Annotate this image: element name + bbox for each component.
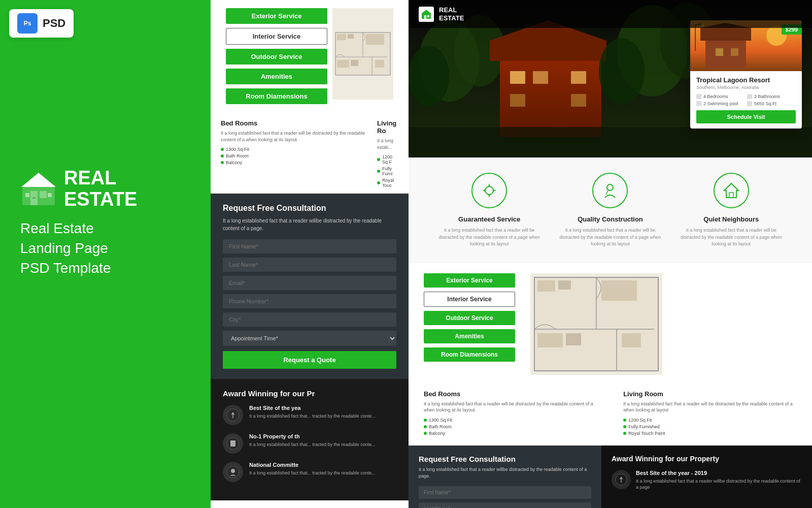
right-btn-amenities[interactable]: Amenities xyxy=(424,329,515,343)
svg-point-62 xyxy=(485,186,493,195)
feature-title-1: Guaranteed Service xyxy=(434,215,545,223)
right-livingroom-col: Living Room It a long established fact t… xyxy=(623,390,797,437)
svg-rect-43 xyxy=(571,71,586,84)
consultation-desc: It a long established fact that a reader… xyxy=(223,217,396,232)
floor-plan-right xyxy=(530,273,662,375)
svg-rect-72 xyxy=(558,280,571,290)
award-badge-3 xyxy=(223,462,243,482)
left-award-section: Award Winning for our Pr Best Site of th… xyxy=(211,379,409,500)
right-btn-dimensions[interactable]: Room Diamensions xyxy=(424,347,515,362)
service-btn-outdoor[interactable]: Outdoor Service xyxy=(226,49,327,65)
award-text-1: Best Site of the yea It a long establish… xyxy=(249,405,376,420)
livingroom-col-left: Living Ro It a long estab... 1200 Sq F F… xyxy=(377,119,398,189)
right-consultation-desc: It a long established fact that a reader… xyxy=(419,466,591,480)
quality-circle xyxy=(592,173,628,208)
service-btn-exterior[interactable]: Exterior Service xyxy=(226,8,327,24)
property-card-info: Tropical Lagoon Resort Southern, Melbour… xyxy=(690,71,802,129)
left-location-section: Our Location It a long established fact … xyxy=(211,500,409,508)
right-award-item: Best Site of the year - 2019 It a long e… xyxy=(612,470,802,491)
brand-area: REAL ESTATE Real Estate Landing Page PSD… xyxy=(20,168,137,278)
right-award-badge xyxy=(612,470,631,489)
award-item-1: Best Site of the yea It a long establish… xyxy=(223,405,396,425)
room-feature: Fully Furni xyxy=(377,166,398,176)
property-listing-section: REAL ESTATE xyxy=(409,0,812,157)
guaranteed-circle xyxy=(471,173,507,208)
house-icon xyxy=(20,171,57,207)
feature-quiet: Quiet Neighbours It a long established f… xyxy=(671,173,792,248)
email-input[interactable] xyxy=(223,276,396,290)
size-icon xyxy=(747,101,752,106)
bath-icon xyxy=(747,94,752,99)
svg-rect-19 xyxy=(230,440,235,447)
award-item-2: No-1 Property of th It a long establishe… xyxy=(223,433,396,454)
right-services-col: Exterior Service Interior Service Outdoo… xyxy=(424,273,515,375)
award-text-3: National Committe It a long established … xyxy=(249,462,376,477)
right-rooms-section: Bed Rooms It a long established fact tha… xyxy=(409,385,812,446)
room-feature: Bath Room xyxy=(424,424,603,429)
feature-guaranteed: Guaranteed Service It a long established… xyxy=(429,173,550,248)
award-shield-icon xyxy=(226,436,240,451)
spec-bathrooms: 3 Bathrooms xyxy=(747,94,796,99)
svg-rect-73 xyxy=(601,280,637,301)
svg-rect-66 xyxy=(729,193,733,198)
right-award-title: Award Winning for our Property xyxy=(612,455,802,463)
right-award-text: Best Site of the year - 2019 It a long e… xyxy=(636,470,802,491)
property-location: Southern, Melbourne, Australia xyxy=(696,85,796,90)
panel-left: Exterior Service Interior Service Outdoo… xyxy=(211,0,409,508)
brand-tagline: Real Estate Landing Page PSD Template xyxy=(20,218,137,278)
svg-rect-58 xyxy=(731,48,738,56)
service-btn-interior[interactable]: Interior Service xyxy=(226,28,327,45)
left-rooms-section: Bed Rooms It a long established fact tha… xyxy=(211,115,409,194)
bed-icon xyxy=(696,94,701,99)
right-btn-interior[interactable]: Interior Service xyxy=(424,292,515,307)
left-green-panel: Ps PSD REAL ESTATE Real Estate Landing P xyxy=(0,0,211,508)
right-last-name[interactable] xyxy=(419,502,591,508)
floor-plan-right-svg xyxy=(530,273,662,375)
room-feature: Balcony xyxy=(221,160,367,165)
panels-container: Exterior Service Interior Service Outdoo… xyxy=(211,0,812,508)
panel-right: REAL ESTATE xyxy=(409,0,812,508)
svg-rect-15 xyxy=(351,60,358,66)
room-feature: Balcony xyxy=(424,431,603,436)
features-section: Guaranteed Service It a long established… xyxy=(409,157,812,263)
room-feature: 1300 Sq Fit xyxy=(221,147,367,152)
right-first-name[interactable] xyxy=(419,486,591,499)
svg-rect-76 xyxy=(622,333,641,347)
phone-input[interactable] xyxy=(223,294,396,308)
svg-point-37 xyxy=(409,46,449,107)
room-feature: Bath Room xyxy=(221,153,367,158)
last-name-input[interactable] xyxy=(223,258,396,272)
schedule-visit-button-right[interactable]: Schedule Visit xyxy=(696,110,796,123)
quiet-circle xyxy=(714,173,749,208)
service-btn-amenities[interactable]: Amenities xyxy=(226,69,327,84)
right-btn-exterior[interactable]: Exterior Service xyxy=(424,273,515,288)
svg-marker-51 xyxy=(421,10,431,14)
room-feature: Fully Furnished xyxy=(623,424,797,429)
svg-rect-14 xyxy=(337,60,349,68)
right-services-section: Exterior Service Interior Service Outdoo… xyxy=(409,263,812,385)
feature-title-3: Quiet Neighbours xyxy=(676,215,787,223)
quote-button[interactable]: Request a Quote xyxy=(223,351,396,369)
right-btn-outdoor[interactable]: Outdoor Service xyxy=(424,311,515,325)
svg-rect-44 xyxy=(510,94,525,107)
home-icon xyxy=(722,181,740,200)
property-specs: 4 Bedrooms 3 Bathrooms 2 Swimming pool xyxy=(696,94,796,106)
right-bottom-section: Request Free Consultation It a long esta… xyxy=(409,446,812,508)
left-consultation-section: Request Free Consultation It a long esta… xyxy=(211,194,409,379)
svg-point-21 xyxy=(231,469,235,473)
city-input[interactable] xyxy=(223,312,396,327)
svg-rect-74 xyxy=(537,333,563,347)
svg-point-63 xyxy=(607,184,613,190)
first-name-input[interactable] xyxy=(223,239,396,253)
feature-desc-3: It a long established fact that a reader… xyxy=(676,227,787,248)
award-item-3: National Committe It a long established … xyxy=(223,462,396,482)
svg-rect-11 xyxy=(337,34,346,40)
service-btn-dimensions[interactable]: Room Diamensions xyxy=(226,88,327,104)
svg-point-47 xyxy=(599,38,645,104)
svg-rect-4 xyxy=(25,193,29,197)
appointment-select[interactable]: Appointment Time* xyxy=(223,331,396,346)
construction-icon xyxy=(601,181,619,200)
room-feature: 1300 Sq Fit xyxy=(424,418,603,423)
svg-rect-71 xyxy=(537,280,555,292)
spec-bedrooms: 4 Bedrooms xyxy=(696,94,745,99)
